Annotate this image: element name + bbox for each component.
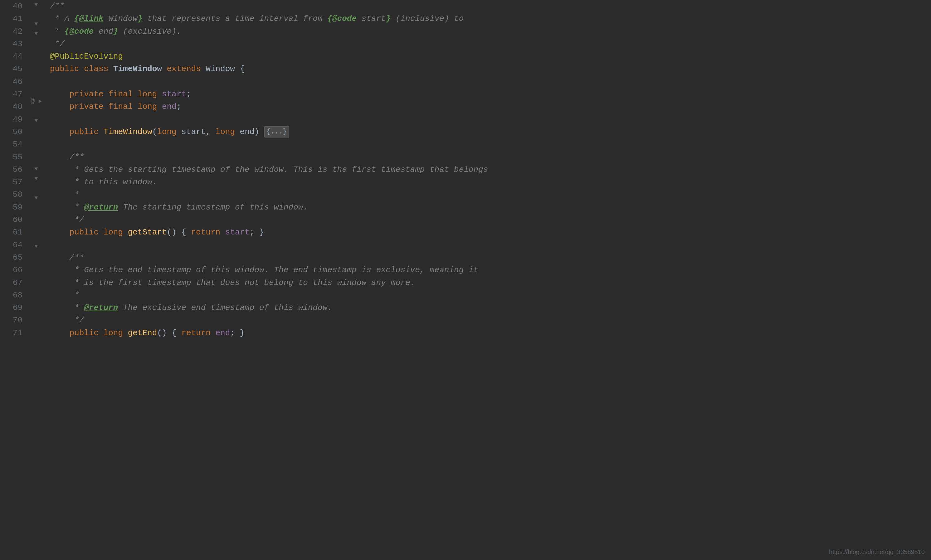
fold-icon-43[interactable]: ▼: [28, 29, 44, 38]
code-line-69: * @return The exclusive end timestamp of…: [50, 302, 931, 314]
code-line-50: public TimeWindow(long start, long end) …: [50, 126, 931, 138]
fold-icon-40[interactable]: ▼: [28, 0, 44, 10]
watermark: https://blog.csdn.net/qq_33589510: [829, 547, 925, 557]
code-line-60: */: [50, 214, 931, 226]
code-line-61: public long getStart() { return start; }: [50, 226, 931, 238]
code-line-47: private final long start;: [50, 88, 931, 100]
code-line-67: * is the first timestamp that does not b…: [50, 277, 931, 289]
fold-icon-61[interactable]: ▼: [28, 174, 44, 184]
code-line-49: [50, 113, 931, 126]
code-line-70: */: [50, 314, 931, 326]
code-line-71: public long getEnd() { return end; }: [50, 327, 931, 339]
code-line-57: * to this window.: [50, 176, 931, 188]
fold-icon-65[interactable]: ▼: [28, 193, 44, 203]
code-line-48: private final long end;: [50, 100, 931, 113]
line-numbers: 40 41 42 43 44 45 46 47 48 49 50 54 55 5…: [0, 0, 28, 560]
code-line-43: */: [50, 38, 931, 50]
code-line-54: [50, 138, 931, 151]
code-line-68: *: [50, 289, 931, 302]
code-line-59: * @return The starting timestamp of this…: [50, 201, 931, 214]
code-line-65: /**: [50, 251, 931, 264]
code-line-45: public class TimeWindow extends Window {: [50, 63, 931, 75]
code-line-46: [50, 75, 931, 88]
code-line-55: /**: [50, 151, 931, 163]
code-editor: 40 41 42 43 44 45 46 47 48 49 50 54 55 5…: [0, 0, 931, 560]
fold-icon-70[interactable]: ▼: [28, 242, 44, 251]
code-line-42: * {@code end} (exclusive).: [50, 25, 931, 38]
code-line-66: * Gets the end timestamp of this window.…: [50, 264, 931, 276]
code-line-44: @PublicEvolving: [50, 50, 931, 63]
fold-icon-55[interactable]: ▼: [28, 116, 44, 126]
fold-icon-42[interactable]: ▼: [28, 19, 44, 29]
code-line-58: *: [50, 188, 931, 201]
code-content: /** * A {@link Window} that represents a…: [47, 0, 931, 560]
code-line-56: * Gets the starting timestamp of the win…: [50, 163, 931, 176]
code-line-40: /**: [50, 0, 931, 12]
code-line-64: [50, 239, 931, 251]
code-line-41: * A {@link Window} that represents a tim…: [50, 12, 931, 25]
fold-icon-60[interactable]: ▼: [28, 164, 44, 174]
gutter: ▼ ▼ ▼ @ ► ▼ ▼ ▼: [28, 0, 47, 560]
